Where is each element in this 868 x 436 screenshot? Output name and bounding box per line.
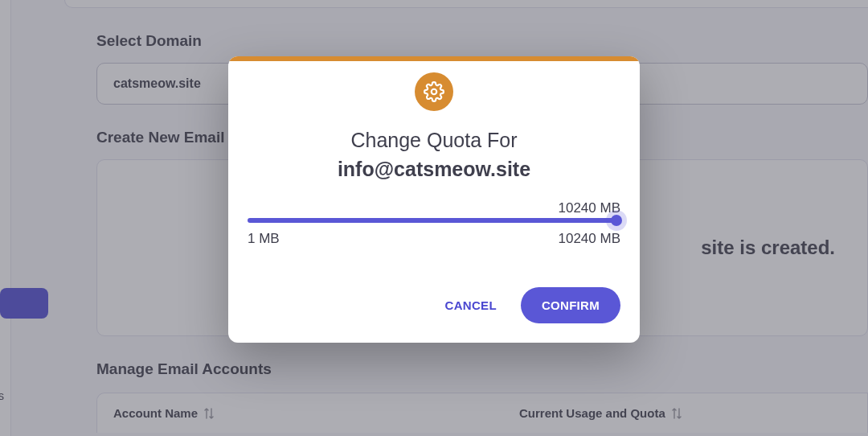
quota-slider-track[interactable] <box>248 218 620 223</box>
change-quota-modal: Change Quota For info@catsmeow.site 1024… <box>228 56 640 343</box>
quota-min-label: 1 MB <box>248 231 280 247</box>
modal-overlay[interactable]: Change Quota For info@catsmeow.site 1024… <box>0 0 868 436</box>
svg-point-0 <box>432 89 437 95</box>
quota-slider[interactable]: 10240 MB 1 MB 10240 MB <box>248 218 620 247</box>
quota-max-label: 10240 MB <box>559 231 621 247</box>
modal-title: Change Quota For info@catsmeow.site <box>248 125 620 184</box>
confirm-button[interactable]: CONFIRM <box>521 287 620 323</box>
modal-title-line1: Change Quota For <box>350 129 517 151</box>
modal-actions: CANCEL CONFIRM <box>248 287 620 323</box>
modal-title-email: info@catsmeow.site <box>248 154 620 183</box>
cancel-button[interactable]: CANCEL <box>445 298 497 312</box>
quota-slider-thumb[interactable] <box>611 215 622 226</box>
quota-current-value: 10240 MB <box>559 200 621 216</box>
gear-icon <box>415 72 453 111</box>
